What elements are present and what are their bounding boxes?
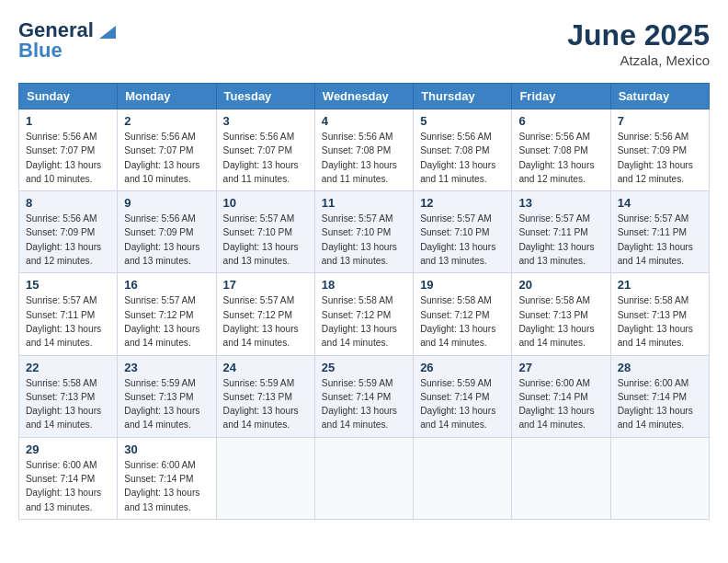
day-info: Sunrise: 6:00 AM Sunset: 7:14 PM Dayligh… — [518, 376, 603, 432]
day-info: Sunrise: 5:56 AM Sunset: 7:09 PM Dayligh… — [124, 212, 209, 268]
svg-marker-0 — [99, 26, 116, 39]
table-row: 8 Sunrise: 5:56 AM Sunset: 7:09 PM Dayli… — [19, 191, 118, 273]
table-row: 4 Sunrise: 5:56 AM Sunset: 7:08 PM Dayli… — [314, 109, 413, 191]
table-row: 14 Sunrise: 5:57 AM Sunset: 7:11 PM Dayl… — [610, 191, 709, 273]
day-number: 2 — [124, 114, 209, 128]
col-wednesday: Wednesday — [314, 84, 413, 109]
table-row: 26 Sunrise: 5:59 AM Sunset: 7:14 PM Dayl… — [414, 355, 512, 437]
calendar-week-row: 8 Sunrise: 5:56 AM Sunset: 7:09 PM Dayli… — [19, 191, 710, 273]
col-saturday: Saturday — [610, 84, 709, 109]
day-info: Sunrise: 5:58 AM Sunset: 7:13 PM Dayligh… — [518, 293, 603, 350]
table-row: 21 Sunrise: 5:58 AM Sunset: 7:13 PM Dayl… — [610, 273, 709, 355]
col-sunday: Sunday — [19, 84, 118, 109]
month-title: June 2025 — [567, 18, 710, 52]
day-info: Sunrise: 5:57 AM Sunset: 7:12 PM Dayligh… — [124, 293, 209, 350]
calendar-week-row: 1 Sunrise: 5:56 AM Sunset: 7:07 PM Dayli… — [19, 109, 710, 191]
day-number: 23 — [124, 361, 209, 374]
day-number: 11 — [322, 196, 406, 210]
logo-blue: Blue — [18, 39, 63, 63]
table-row: 5 Sunrise: 5:56 AM Sunset: 7:08 PM Dayli… — [414, 109, 512, 191]
table-row: 23 Sunrise: 5:59 AM Sunset: 7:13 PM Dayl… — [118, 355, 216, 437]
table-row: 30 Sunrise: 6:00 AM Sunset: 7:14 PM Dayl… — [118, 437, 216, 519]
day-number: 28 — [618, 361, 702, 374]
day-number: 6 — [518, 114, 603, 128]
day-number: 4 — [322, 114, 406, 128]
day-info: Sunrise: 6:00 AM Sunset: 7:14 PM Dayligh… — [618, 376, 702, 432]
day-info: Sunrise: 5:57 AM Sunset: 7:11 PM Dayligh… — [26, 293, 110, 350]
day-number: 9 — [124, 196, 209, 210]
day-info: Sunrise: 6:00 AM Sunset: 7:14 PM Dayligh… — [124, 458, 209, 514]
day-number: 18 — [322, 278, 406, 292]
table-row: 29 Sunrise: 6:00 AM Sunset: 7:14 PM Dayl… — [19, 437, 118, 519]
calendar-table: Sunday Monday Tuesday Wednesday Thursday… — [18, 83, 710, 520]
day-info: Sunrise: 5:56 AM Sunset: 7:07 PM Dayligh… — [223, 130, 308, 186]
day-info: Sunrise: 5:57 AM Sunset: 7:11 PM Dayligh… — [618, 212, 702, 268]
day-info: Sunrise: 5:59 AM Sunset: 7:13 PM Dayligh… — [124, 376, 209, 432]
table-row: 22 Sunrise: 5:58 AM Sunset: 7:13 PM Dayl… — [19, 355, 118, 437]
day-info: Sunrise: 5:58 AM Sunset: 7:13 PM Dayligh… — [618, 293, 702, 350]
table-row: 16 Sunrise: 5:57 AM Sunset: 7:12 PM Dayl… — [118, 273, 216, 355]
day-number: 14 — [618, 196, 702, 210]
logo: General Blue — [18, 18, 116, 63]
empty-cell — [512, 437, 610, 519]
day-info: Sunrise: 5:59 AM Sunset: 7:14 PM Dayligh… — [420, 376, 505, 432]
table-row: 13 Sunrise: 5:57 AM Sunset: 7:11 PM Dayl… — [512, 191, 610, 273]
page-header: General Blue June 2025 Atzala, Mexico — [18, 18, 710, 68]
table-row: 9 Sunrise: 5:56 AM Sunset: 7:09 PM Dayli… — [118, 191, 216, 273]
day-info: Sunrise: 5:58 AM Sunset: 7:13 PM Dayligh… — [26, 376, 110, 432]
table-row: 18 Sunrise: 5:58 AM Sunset: 7:12 PM Dayl… — [314, 273, 413, 355]
table-row: 2 Sunrise: 5:56 AM Sunset: 7:07 PM Dayli… — [118, 109, 216, 191]
table-row: 20 Sunrise: 5:58 AM Sunset: 7:13 PM Dayl… — [512, 273, 610, 355]
day-number: 30 — [124, 442, 209, 456]
day-info: Sunrise: 6:00 AM Sunset: 7:14 PM Dayligh… — [26, 458, 110, 514]
day-info: Sunrise: 5:56 AM Sunset: 7:08 PM Dayligh… — [322, 130, 406, 186]
day-info: Sunrise: 5:56 AM Sunset: 7:07 PM Dayligh… — [124, 130, 209, 186]
day-number: 22 — [26, 361, 110, 374]
day-number: 1 — [26, 114, 110, 128]
col-monday: Monday — [118, 84, 216, 109]
calendar-week-row: 22 Sunrise: 5:58 AM Sunset: 7:13 PM Dayl… — [19, 355, 710, 437]
day-number: 21 — [618, 278, 702, 292]
table-row: 12 Sunrise: 5:57 AM Sunset: 7:10 PM Dayl… — [414, 191, 512, 273]
day-info: Sunrise: 5:57 AM Sunset: 7:11 PM Dayligh… — [518, 212, 603, 268]
day-info: Sunrise: 5:58 AM Sunset: 7:12 PM Dayligh… — [420, 293, 505, 350]
day-number: 8 — [26, 196, 110, 210]
day-info: Sunrise: 5:59 AM Sunset: 7:14 PM Dayligh… — [322, 376, 406, 432]
calendar-week-row: 29 Sunrise: 6:00 AM Sunset: 7:14 PM Dayl… — [19, 437, 710, 519]
day-info: Sunrise: 5:56 AM Sunset: 7:08 PM Dayligh… — [420, 130, 505, 186]
empty-cell — [414, 437, 512, 519]
table-row: 19 Sunrise: 5:58 AM Sunset: 7:12 PM Dayl… — [414, 273, 512, 355]
day-info: Sunrise: 5:59 AM Sunset: 7:13 PM Dayligh… — [223, 376, 308, 432]
day-number: 16 — [124, 278, 209, 292]
day-number: 10 — [223, 196, 308, 210]
day-info: Sunrise: 5:58 AM Sunset: 7:12 PM Dayligh… — [322, 293, 406, 350]
table-row: 24 Sunrise: 5:59 AM Sunset: 7:13 PM Dayl… — [216, 355, 314, 437]
day-number: 26 — [420, 361, 505, 374]
table-row: 27 Sunrise: 6:00 AM Sunset: 7:14 PM Dayl… — [512, 355, 610, 437]
table-row: 25 Sunrise: 5:59 AM Sunset: 7:14 PM Dayl… — [314, 355, 413, 437]
col-friday: Friday — [512, 84, 610, 109]
empty-cell — [314, 437, 413, 519]
table-row: 10 Sunrise: 5:57 AM Sunset: 7:10 PM Dayl… — [216, 191, 314, 273]
day-number: 20 — [518, 278, 603, 292]
day-info: Sunrise: 5:56 AM Sunset: 7:08 PM Dayligh… — [518, 130, 603, 186]
day-number: 15 — [26, 278, 110, 292]
col-thursday: Thursday — [414, 84, 512, 109]
day-number: 17 — [223, 278, 308, 292]
day-number: 3 — [223, 114, 308, 128]
table-row: 7 Sunrise: 5:56 AM Sunset: 7:09 PM Dayli… — [610, 109, 709, 191]
logo-icon — [96, 22, 116, 39]
day-number: 19 — [420, 278, 505, 292]
day-info: Sunrise: 5:57 AM Sunset: 7:10 PM Dayligh… — [322, 212, 406, 268]
day-number: 29 — [26, 442, 110, 456]
day-info: Sunrise: 5:56 AM Sunset: 7:09 PM Dayligh… — [618, 130, 702, 186]
day-info: Sunrise: 5:56 AM Sunset: 7:09 PM Dayligh… — [26, 212, 110, 268]
day-number: 7 — [618, 114, 702, 128]
day-number: 12 — [420, 196, 505, 210]
table-row: 6 Sunrise: 5:56 AM Sunset: 7:08 PM Dayli… — [512, 109, 610, 191]
table-row: 15 Sunrise: 5:57 AM Sunset: 7:11 PM Dayl… — [19, 273, 118, 355]
day-number: 25 — [322, 361, 406, 374]
col-tuesday: Tuesday — [216, 84, 314, 109]
day-number: 5 — [420, 114, 505, 128]
location: Atzala, Mexico — [567, 52, 710, 68]
